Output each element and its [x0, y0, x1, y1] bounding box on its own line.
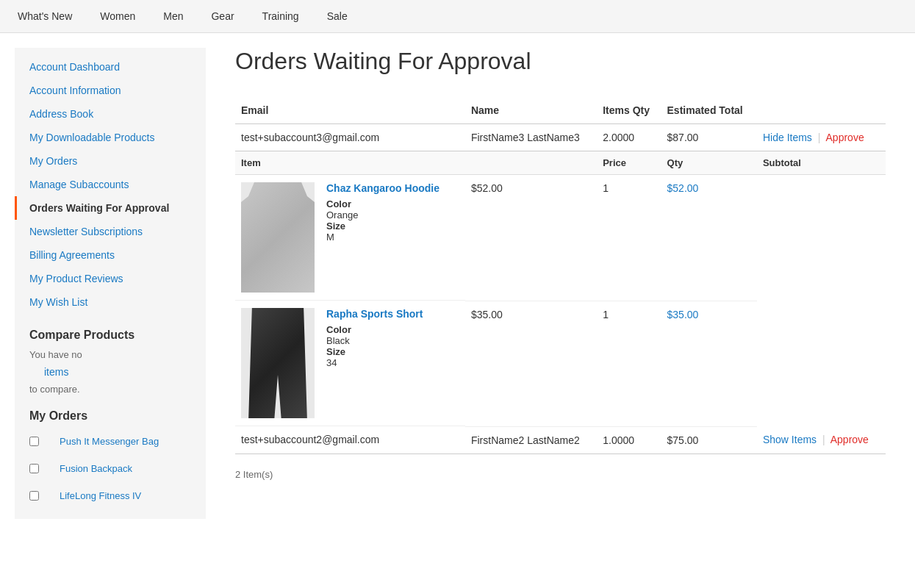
- compare-products-title: Compare Products: [29, 329, 191, 342]
- compare-products-section: Compare Products You have no items to co…: [15, 314, 206, 409]
- items-count: 2 Item(s): [235, 469, 886, 480]
- order-item-checkbox-0[interactable]: [29, 437, 39, 446]
- nav-item-gear[interactable]: Gear: [208, 0, 237, 32]
- table-row: Chaz Kangaroo Hoodie Color Orange Size M…: [235, 175, 886, 301]
- hide-items-link-0[interactable]: Hide Items: [763, 132, 812, 143]
- sidebar: Account Dashboard Account Information Ad…: [15, 48, 206, 519]
- product-name-0-1[interactable]: Rapha Sports Short: [326, 308, 423, 320]
- list-item: LifeLong Fitness IV: [29, 484, 191, 507]
- product-color-value-0-1: Black: [326, 335, 423, 346]
- col-header-estimated-total: Estimated Total: [661, 97, 757, 124]
- sidebar-item-account-information[interactable]: Account Information: [15, 79, 206, 102]
- sidebar-item-manage-subaccounts[interactable]: Manage Subaccounts: [15, 173, 206, 196]
- product-qty-0-1: 1: [597, 301, 661, 426]
- product-color-label-0-0: Color: [326, 198, 439, 209]
- sidebar-item-orders-waiting[interactable]: Orders Waiting For Approval: [15, 196, 206, 220]
- list-item: Push It Messenger Bag: [29, 430, 191, 453]
- table-row: test+subaccount3@gmail.com FirstName3 La…: [235, 124, 886, 151]
- order-item-checkbox-2[interactable]: [29, 491, 39, 501]
- sidebar-item-wish-list[interactable]: My Wish List: [15, 290, 206, 314]
- main-container: Account Dashboard Account Information Ad…: [0, 33, 915, 534]
- product-qty-0-0: 1: [597, 175, 661, 301]
- col-header-email: Email: [235, 97, 465, 124]
- table-header-row: Email Name Items Qty Estimated Total: [235, 97, 886, 124]
- order-item-link-0[interactable]: Push It Messenger Bag: [45, 430, 173, 453]
- main-content: Orders Waiting For Approval Email Name I…: [220, 48, 900, 519]
- product-color-value-0-0: Orange: [326, 209, 439, 220]
- sidebar-my-orders-section: My Orders Push It Messenger Bag Fusion B…: [15, 409, 206, 507]
- product-name-0-0[interactable]: Chaz Kangaroo Hoodie: [326, 182, 439, 194]
- sidebar-item-address-book[interactable]: Address Book: [15, 102, 206, 126]
- hoodie-silhouette: [241, 182, 315, 293]
- col-header-actions: [757, 97, 886, 124]
- product-size-value-0-0: M: [326, 232, 439, 243]
- sub-col-item: Item: [235, 151, 597, 175]
- table-row: Rapha Sports Short Color Black Size 34 $…: [235, 301, 886, 426]
- sub-col-subtotal: Subtotal: [757, 151, 886, 175]
- product-details-0-0: Chaz Kangaroo Hoodie Color Orange Size M: [326, 182, 439, 243]
- order-total-1: $75.00: [661, 426, 757, 453]
- order-email-0: test+subaccount3@gmail.com: [235, 124, 465, 151]
- compare-products-text: You have no items to compare.: [29, 349, 191, 395]
- list-item: Fusion Backpack: [29, 457, 191, 480]
- sidebar-item-newsletter[interactable]: Newsletter Subscriptions: [15, 220, 206, 243]
- show-items-link-1[interactable]: Show Items: [763, 434, 817, 445]
- product-cell-0-0: Chaz Kangaroo Hoodie Color Orange Size M: [235, 175, 465, 301]
- product-subtotal-0-0: $52.00: [661, 175, 757, 301]
- product-price-0-1: $35.00: [465, 301, 597, 426]
- product-subtotal-0-1: $35.00: [661, 301, 757, 426]
- col-header-name: Name: [465, 97, 597, 124]
- product-size-label-0-0: Size: [326, 220, 439, 232]
- order-item-checkbox-1[interactable]: [29, 464, 39, 473]
- sub-items-header-row: Item Price Qty Subtotal: [235, 151, 886, 175]
- nav-item-sale[interactable]: Sale: [324, 0, 351, 32]
- product-price-0-0: $52.00: [465, 175, 597, 301]
- sidebar-item-product-reviews[interactable]: My Product Reviews: [15, 267, 206, 290]
- sidebar-item-downloadable-products[interactable]: My Downloadable Products: [15, 126, 206, 149]
- sidebar-my-orders-title: My Orders: [15, 409, 206, 423]
- order-total-0: $87.00: [661, 124, 757, 151]
- product-image-0-0: [241, 182, 315, 293]
- nav-item-women[interactable]: Women: [97, 0, 138, 32]
- table-row: test+subaccount2@gmail.com FirstName2 La…: [235, 426, 886, 453]
- col-header-items-qty: Items Qty: [597, 97, 661, 124]
- shorts-silhouette: [241, 308, 315, 418]
- order-email-1: test+subaccount2@gmail.com: [235, 426, 465, 453]
- top-navigation: What's New Women Men Gear Training Sale: [0, 0, 915, 33]
- product-size-value-0-1: 34: [326, 357, 423, 368]
- sub-col-qty: Qty: [661, 151, 757, 175]
- order-qty-0: 2.0000: [597, 124, 661, 151]
- sub-col-price: Price: [597, 151, 661, 175]
- compare-items-link[interactable]: items: [29, 360, 191, 384]
- pipe-0: |: [818, 132, 821, 143]
- nav-item-training[interactable]: Training: [259, 0, 302, 32]
- product-color-label-0-1: Color: [326, 324, 423, 335]
- nav-item-whats-new[interactable]: What's New: [15, 0, 75, 32]
- product-details-0-1: Rapha Sports Short Color Black Size 34: [326, 308, 423, 368]
- order-actions-1: Show Items | Approve: [757, 426, 886, 453]
- order-item-link-1[interactable]: Fusion Backpack: [45, 457, 147, 480]
- sidebar-item-account-dashboard[interactable]: Account Dashboard: [15, 55, 206, 79]
- product-image-0-1: [241, 308, 315, 418]
- sidebar-item-billing-agreements[interactable]: Billing Agreements: [15, 243, 206, 267]
- order-name-1: FirstName2 LastName2: [465, 426, 597, 453]
- product-size-label-0-1: Size: [326, 346, 423, 357]
- nav-item-men[interactable]: Men: [160, 0, 186, 32]
- orders-table: Email Name Items Qty Estimated Total tes…: [235, 97, 886, 454]
- sidebar-item-my-orders[interactable]: My Orders: [15, 149, 206, 173]
- approve-link-0[interactable]: Approve: [826, 132, 864, 143]
- page-title: Orders Waiting For Approval: [235, 48, 886, 75]
- order-actions-0: Hide Items | Approve: [757, 124, 886, 151]
- order-name-0: FirstName3 LastName3: [465, 124, 597, 151]
- order-qty-1: 1.0000: [597, 426, 661, 453]
- product-cell-0-1: Rapha Sports Short Color Black Size 34: [235, 301, 465, 426]
- order-item-link-2[interactable]: LifeLong Fitness IV: [45, 484, 156, 507]
- pipe-1: |: [822, 434, 825, 445]
- approve-link-1[interactable]: Approve: [830, 434, 869, 445]
